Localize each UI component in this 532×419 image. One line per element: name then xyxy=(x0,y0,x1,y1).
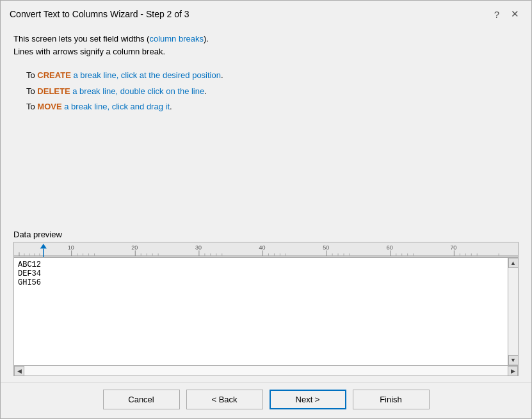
horizontal-scrollbar[interactable]: ◀ ▶ xyxy=(14,365,518,376)
cancel-button[interactable]: Cancel xyxy=(103,390,180,409)
keyword-create: CREATE xyxy=(37,70,70,80)
keyword-delete: DELETE xyxy=(37,86,70,96)
instruction-create: To CREATE a break line, click at the des… xyxy=(26,68,519,84)
svg-text:10: 10 xyxy=(68,245,74,251)
intro-paragraph: This screen lets you set field widths (c… xyxy=(13,33,519,58)
svg-text:40: 40 xyxy=(259,245,266,251)
data-preview-section: Data preview xyxy=(13,230,519,376)
help-button[interactable]: ? xyxy=(491,8,503,21)
instr-delete-pre: To xyxy=(26,86,37,96)
scroll-right-button[interactable]: ▶ xyxy=(508,366,518,376)
preview-data[interactable]: ABC12 DEF34 GHI56 xyxy=(14,258,508,365)
scroll-up-button[interactable]: ▲ xyxy=(508,258,519,268)
instruction-delete: To DELETE a break line, double click on … xyxy=(26,84,519,100)
svg-marker-1 xyxy=(40,244,47,249)
intro-line1-post: ). xyxy=(204,34,209,43)
vertical-scrollbar[interactable]: ▲ ▼ xyxy=(508,258,518,365)
main-content: This screen lets you set field widths (c… xyxy=(1,26,531,383)
instr-move-pre: To xyxy=(26,102,37,111)
instr-move-suffix: . xyxy=(170,102,172,111)
footer: Cancel < Back Next > Finish xyxy=(1,383,531,418)
instr-create-pre: To xyxy=(26,70,37,80)
scroll-track-h xyxy=(24,366,508,376)
back-button[interactable]: < Back xyxy=(186,390,263,409)
keyword-move: MOVE xyxy=(37,102,61,111)
svg-text:30: 30 xyxy=(195,245,202,251)
wizard-dialog: Convert Text to Columns Wizard - Step 2 … xyxy=(0,0,532,419)
svg-text:60: 60 xyxy=(387,245,393,251)
instructions: To CREATE a break line, click at the des… xyxy=(26,68,519,115)
instr-create-suffix: . xyxy=(221,70,223,80)
close-button[interactable]: ✕ xyxy=(508,7,522,21)
preview-content-row: ABC12 DEF34 GHI56 ▲ ▼ xyxy=(14,258,518,365)
preview-container[interactable]: 10 20 30 xyxy=(13,242,519,376)
svg-text:70: 70 xyxy=(450,245,456,251)
intro-highlight: column breaks xyxy=(149,34,204,43)
next-button[interactable]: Next > xyxy=(270,390,346,409)
finish-button[interactable]: Finish xyxy=(353,390,430,409)
scroll-down-button[interactable]: ▼ xyxy=(508,355,519,365)
instr-delete-suffix: . xyxy=(204,86,207,96)
intro-line2: Lines with arrows signify a column break… xyxy=(13,47,165,56)
instr-move-action: a break line, click and drag it xyxy=(62,102,170,111)
title-bar: Convert Text to Columns Wizard - Step 2 … xyxy=(1,1,531,26)
instr-delete-action: a break line, double click on the line xyxy=(70,86,205,96)
data-preview-label: Data preview xyxy=(13,230,519,239)
svg-text:50: 50 xyxy=(323,245,329,251)
svg-text:20: 20 xyxy=(131,245,138,251)
ruler-area: 10 20 30 xyxy=(14,242,518,258)
instr-create-action: a break line, click at the desired posit… xyxy=(71,70,221,80)
intro-line1-pre: This screen lets you set field widths ( xyxy=(13,34,149,43)
dialog-title: Convert Text to Columns Wizard - Step 2 … xyxy=(10,9,189,19)
instruction-move: To MOVE a break line, click and drag it. xyxy=(26,99,519,115)
title-bar-controls: ? ✕ xyxy=(491,7,522,21)
scroll-left-button[interactable]: ◀ xyxy=(14,366,24,376)
ruler-svg: 10 20 30 xyxy=(14,242,518,257)
